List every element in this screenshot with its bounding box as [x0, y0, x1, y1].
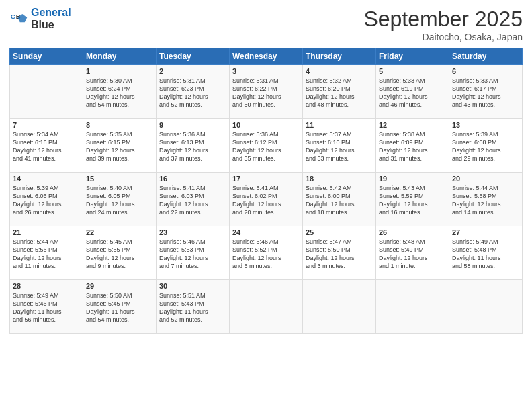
weekday-header-monday: Monday: [83, 48, 157, 65]
cell-info: Sunrise: 5:47 AM Sunset: 5:50 PM Dayligh…: [306, 238, 373, 271]
day-number: 5: [379, 67, 446, 75]
day-number: 12: [379, 121, 446, 129]
day-number: 13: [452, 121, 519, 129]
day-number: 21: [13, 228, 80, 236]
calendar-cell: 9Sunrise: 5:36 AM Sunset: 6:13 PM Daylig…: [157, 119, 230, 173]
cell-info: Sunrise: 5:49 AM Sunset: 5:46 PM Dayligh…: [13, 291, 80, 324]
day-number: 16: [159, 175, 226, 183]
cell-info: Sunrise: 5:51 AM Sunset: 5:43 PM Dayligh…: [159, 291, 226, 324]
cell-info: Sunrise: 5:36 AM Sunset: 6:12 PM Dayligh…: [232, 130, 300, 163]
calendar-cell: 21Sunrise: 5:44 AM Sunset: 5:56 PM Dayli…: [10, 226, 83, 280]
cell-info: Sunrise: 5:42 AM Sunset: 6:00 PM Dayligh…: [306, 184, 373, 217]
day-number: 3: [232, 67, 300, 75]
calendar-cell: 10Sunrise: 5:36 AM Sunset: 6:12 PM Dayli…: [230, 119, 303, 173]
day-number: 19: [379, 175, 446, 183]
cell-info: Sunrise: 5:31 AM Sunset: 6:23 PM Dayligh…: [159, 77, 226, 109]
day-number: 4: [306, 67, 373, 75]
day-number: 11: [306, 121, 373, 129]
day-number: 17: [232, 175, 300, 183]
calendar-cell: [449, 280, 523, 334]
cell-info: Sunrise: 5:43 AM Sunset: 5:59 PM Dayligh…: [379, 184, 446, 217]
cell-info: Sunrise: 5:35 AM Sunset: 6:15 PM Dayligh…: [86, 130, 153, 163]
calendar-week-row: 1Sunrise: 5:30 AM Sunset: 6:24 PM Daylig…: [10, 65, 523, 119]
weekday-header-tuesday: Tuesday: [157, 48, 230, 65]
calendar-cell: 19Sunrise: 5:43 AM Sunset: 5:59 PM Dayli…: [376, 173, 449, 226]
cell-info: Sunrise: 5:41 AM Sunset: 6:03 PM Dayligh…: [159, 184, 226, 217]
calendar-page: G B General Blue September 2025 Daitocho…: [0, 0, 532, 411]
calendar-cell: 8Sunrise: 5:35 AM Sunset: 6:15 PM Daylig…: [83, 119, 157, 173]
day-number: 25: [306, 228, 373, 236]
calendar-cell: 25Sunrise: 5:47 AM Sunset: 5:50 PM Dayli…: [303, 226, 376, 280]
weekday-row: SundayMondayTuesdayWednesdayThursdayFrid…: [10, 48, 523, 65]
calendar-cell: 4Sunrise: 5:32 AM Sunset: 6:20 PM Daylig…: [303, 65, 376, 119]
day-number: 22: [86, 228, 153, 236]
calendar-body: 1Sunrise: 5:30 AM Sunset: 6:24 PM Daylig…: [10, 65, 523, 334]
calendar-week-row: 7Sunrise: 5:34 AM Sunset: 6:16 PM Daylig…: [10, 119, 523, 173]
cell-info: Sunrise: 5:31 AM Sunset: 6:22 PM Dayligh…: [232, 77, 300, 109]
calendar-cell: [303, 280, 376, 334]
calendar-cell: 18Sunrise: 5:42 AM Sunset: 6:00 PM Dayli…: [303, 173, 376, 226]
weekday-header-saturday: Saturday: [449, 48, 523, 65]
day-number: 18: [306, 175, 373, 183]
calendar-cell: 27Sunrise: 5:49 AM Sunset: 5:48 PM Dayli…: [449, 226, 523, 280]
cell-info: Sunrise: 5:50 AM Sunset: 5:45 PM Dayligh…: [86, 291, 153, 324]
cell-info: Sunrise: 5:46 AM Sunset: 5:53 PM Dayligh…: [159, 238, 226, 271]
calendar-cell: 14Sunrise: 5:39 AM Sunset: 6:06 PM Dayli…: [10, 173, 83, 226]
logo: G B General Blue: [9, 7, 71, 30]
day-number: 6: [452, 67, 519, 75]
calendar-cell: 12Sunrise: 5:38 AM Sunset: 6:09 PM Dayli…: [376, 119, 449, 173]
calendar-cell: 30Sunrise: 5:51 AM Sunset: 5:43 PM Dayli…: [157, 280, 230, 334]
calendar-cell: 15Sunrise: 5:40 AM Sunset: 6:05 PM Dayli…: [83, 173, 157, 226]
cell-info: Sunrise: 5:49 AM Sunset: 5:48 PM Dayligh…: [452, 238, 519, 271]
svg-text:G: G: [11, 13, 15, 20]
calendar-cell: 1Sunrise: 5:30 AM Sunset: 6:24 PM Daylig…: [83, 65, 157, 119]
calendar-cell: [376, 280, 449, 334]
calendar-cell: 17Sunrise: 5:41 AM Sunset: 6:02 PM Dayli…: [230, 173, 303, 226]
calendar-cell: 3Sunrise: 5:31 AM Sunset: 6:22 PM Daylig…: [230, 65, 303, 119]
calendar-cell: [230, 280, 303, 334]
day-number: 15: [86, 175, 153, 183]
cell-info: Sunrise: 5:33 AM Sunset: 6:19 PM Dayligh…: [379, 77, 446, 109]
cell-info: Sunrise: 5:45 AM Sunset: 5:55 PM Dayligh…: [86, 238, 153, 271]
month-title: September 2025: [363, 7, 523, 32]
title-block: September 2025 Daitocho, Osaka, Japan: [363, 7, 523, 42]
day-number: 20: [452, 175, 519, 183]
day-number: 9: [159, 121, 226, 129]
day-number: 28: [13, 282, 80, 290]
weekday-header-friday: Friday: [376, 48, 449, 65]
day-number: 23: [159, 228, 226, 236]
calendar-header: SundayMondayTuesdayWednesdayThursdayFrid…: [10, 48, 523, 65]
logo-icon: G B: [9, 9, 28, 28]
day-number: 26: [379, 228, 446, 236]
calendar-week-row: 14Sunrise: 5:39 AM Sunset: 6:06 PM Dayli…: [10, 173, 523, 226]
day-number: 2: [159, 67, 226, 75]
cell-info: Sunrise: 5:34 AM Sunset: 6:16 PM Dayligh…: [13, 130, 80, 163]
cell-info: Sunrise: 5:36 AM Sunset: 6:13 PM Dayligh…: [159, 130, 226, 163]
weekday-header-thursday: Thursday: [303, 48, 376, 65]
weekday-header-wednesday: Wednesday: [230, 48, 303, 65]
day-number: 1: [86, 67, 153, 75]
day-number: 24: [232, 228, 300, 236]
calendar-cell: 20Sunrise: 5:44 AM Sunset: 5:58 PM Dayli…: [449, 173, 523, 226]
weekday-header-sunday: Sunday: [10, 48, 83, 65]
location: Daitocho, Osaka, Japan: [363, 32, 523, 42]
calendar-cell: 22Sunrise: 5:45 AM Sunset: 5:55 PM Dayli…: [83, 226, 157, 280]
calendar-cell: 5Sunrise: 5:33 AM Sunset: 6:19 PM Daylig…: [376, 65, 449, 119]
cell-info: Sunrise: 5:48 AM Sunset: 5:49 PM Dayligh…: [379, 238, 446, 271]
calendar-cell: 11Sunrise: 5:37 AM Sunset: 6:10 PM Dayli…: [303, 119, 376, 173]
calendar-cell: 13Sunrise: 5:39 AM Sunset: 6:08 PM Dayli…: [449, 119, 523, 173]
calendar-cell: 26Sunrise: 5:48 AM Sunset: 5:49 PM Dayli…: [376, 226, 449, 280]
calendar-cell: 16Sunrise: 5:41 AM Sunset: 6:03 PM Dayli…: [157, 173, 230, 226]
day-number: 8: [86, 121, 153, 129]
day-number: 27: [452, 228, 519, 236]
cell-info: Sunrise: 5:30 AM Sunset: 6:24 PM Dayligh…: [86, 77, 153, 109]
cell-info: Sunrise: 5:40 AM Sunset: 6:05 PM Dayligh…: [86, 184, 153, 217]
header: G B General Blue September 2025 Daitocho…: [9, 7, 523, 42]
day-number: 29: [86, 282, 153, 290]
calendar-cell: 2Sunrise: 5:31 AM Sunset: 6:23 PM Daylig…: [157, 65, 230, 119]
logo-text: General Blue: [31, 7, 71, 30]
day-number: 30: [159, 282, 226, 290]
calendar-cell: 6Sunrise: 5:33 AM Sunset: 6:17 PM Daylig…: [449, 65, 523, 119]
calendar-cell: 29Sunrise: 5:50 AM Sunset: 5:45 PM Dayli…: [83, 280, 157, 334]
calendar-cell: [10, 65, 83, 119]
